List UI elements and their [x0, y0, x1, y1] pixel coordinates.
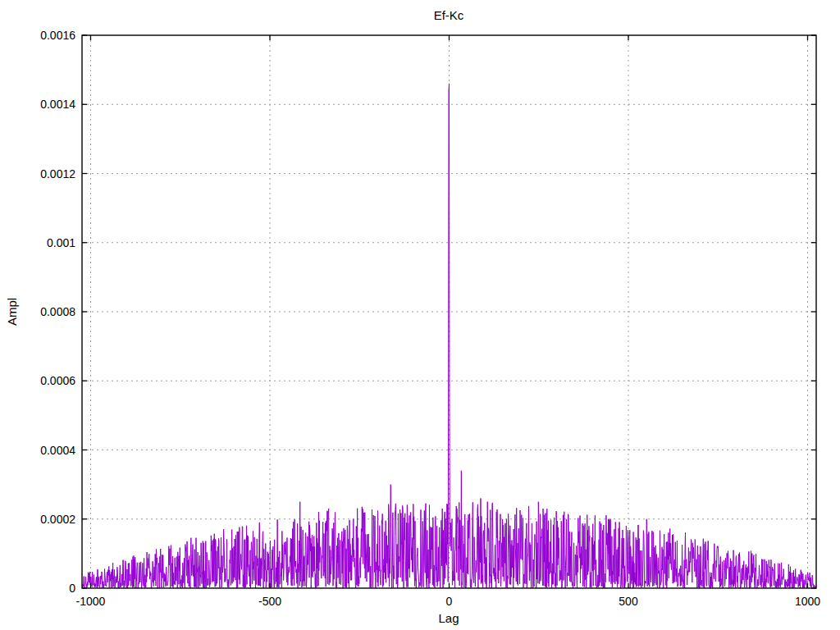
- data-series: [82, 84, 815, 588]
- correlation-chart: -1000-5000500100000.00020.00040.00060.00…: [0, 0, 840, 630]
- y-tick-label: 0.0002: [40, 513, 75, 526]
- y-tick-label: 0.0006: [40, 374, 75, 387]
- x-tick-label: 0: [446, 595, 453, 608]
- x-tick-label: -1000: [76, 595, 106, 608]
- y-axis-label: Ampl: [5, 298, 19, 326]
- y-tick-label: 0.0004: [40, 444, 75, 457]
- y-tick-label: 0.0016: [40, 29, 75, 42]
- y-tick-label: 0: [69, 582, 75, 595]
- x-tick-label: 1000: [795, 595, 820, 608]
- plot-window: -1000-5000500100000.00020.00040.00060.00…: [0, 0, 840, 630]
- tick-labels: -1000-5000500100000.00020.00040.00060.00…: [40, 29, 820, 608]
- x-axis-label: Lag: [438, 611, 459, 625]
- x-tick-label: 500: [619, 595, 638, 608]
- y-tick-label: 0.0008: [40, 305, 75, 318]
- correlation-trace: [82, 84, 815, 588]
- x-tick-label: -500: [258, 595, 281, 608]
- y-tick-label: 0.001: [47, 236, 75, 249]
- y-tick-label: 0.0014: [40, 98, 75, 111]
- chart-title: Ef-Kc: [434, 8, 464, 22]
- y-tick-label: 0.0012: [40, 167, 75, 180]
